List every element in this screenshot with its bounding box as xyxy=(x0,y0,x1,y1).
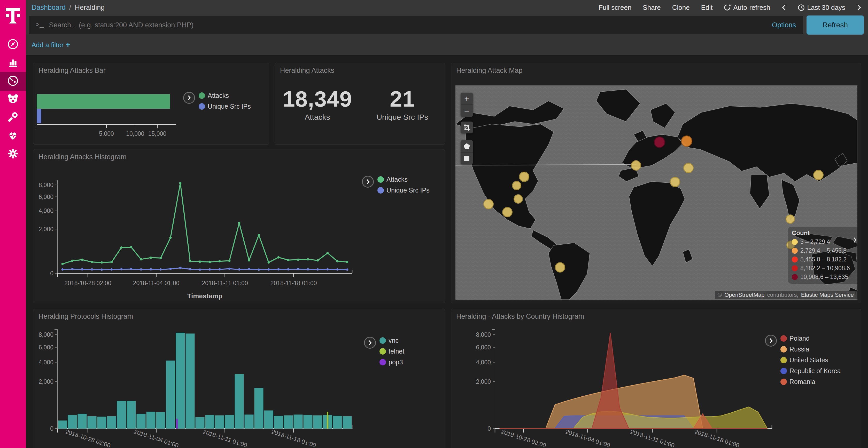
map-zoom-in-button[interactable]: + xyxy=(461,93,473,105)
legend-item-label: telnet xyxy=(389,348,404,355)
legend-collapse-button[interactable] xyxy=(183,92,195,104)
time-forward-button[interactable] xyxy=(857,4,861,11)
filter-bar: Add a filter+ xyxy=(26,35,868,56)
legend-item[interactable]: United States xyxy=(780,356,841,364)
map-legend-title: Count xyxy=(792,230,858,237)
legend-item[interactable]: Attacks xyxy=(199,92,251,99)
legend-item[interactable]: Republic of Korea xyxy=(780,367,841,375)
legend-collapse-button[interactable] xyxy=(364,337,376,349)
attack-map-dot xyxy=(631,160,641,171)
map-count-legend: Count3 – 2,729.42,729.4 – 5,455.85,455.8… xyxy=(788,227,858,284)
attack-map-dot xyxy=(502,207,513,217)
legend-item-label: Attacks xyxy=(208,92,229,99)
legend-item[interactable]: Poland xyxy=(780,335,841,342)
world-map[interactable]: + − Count3 – xyxy=(456,85,858,300)
metric-row: 18,349Attacks21Unique Src IPs xyxy=(275,86,445,122)
legend-item-label: Poland xyxy=(789,335,810,342)
map-legend-range-label: 10,908.6 – 13,635 xyxy=(800,274,848,280)
panel-attack-map: Heralding Attack Map xyxy=(451,63,861,303)
breadcrumb-dashboard-link[interactable]: Dashboard xyxy=(32,4,66,12)
time-back-button[interactable] xyxy=(782,4,786,11)
svg-text:2,000: 2,000 xyxy=(38,378,54,385)
edit-button[interactable]: Edit xyxy=(701,4,713,12)
map-legend-color-dot xyxy=(792,248,798,254)
draw-polygon-button[interactable] xyxy=(461,140,473,152)
sidebar-item-discover[interactable] xyxy=(0,36,26,54)
polygon-icon xyxy=(463,143,470,149)
chart-legend: vnctelnetpop3 xyxy=(364,337,404,366)
map-zoom-out-button[interactable]: − xyxy=(461,105,473,117)
legend-item-label: Attacks xyxy=(386,176,408,183)
legend-item[interactable]: pop3 xyxy=(379,358,404,366)
panel-title: Heralding Attacks xyxy=(280,67,334,75)
legend-item[interactable]: telnet xyxy=(379,348,404,355)
add-filter-button[interactable]: Add a filter+ xyxy=(32,40,70,49)
sidebar-item-sentinl[interactable] xyxy=(0,91,26,109)
search-bar-row: >_ Options Refresh xyxy=(26,15,868,35)
legend-item[interactable]: Romania xyxy=(780,378,841,385)
legend-item-label: vnc xyxy=(389,337,399,344)
sidebar-item-visualize[interactable] xyxy=(0,54,26,72)
legend-color-dot xyxy=(379,337,386,344)
clone-button[interactable]: Clone xyxy=(672,4,690,12)
map-draw-controls xyxy=(461,140,473,164)
sidebar-item-monitoring[interactable] xyxy=(0,127,26,145)
map-fit-control xyxy=(461,122,473,133)
sidebar-item-dev-tools[interactable] xyxy=(0,109,26,127)
legend-item-label: Unique Src IPs xyxy=(208,103,251,110)
svg-text:2018-11-04 01:00: 2018-11-04 01:00 xyxy=(133,280,180,286)
legend-item[interactable]: Attacks xyxy=(377,176,430,183)
x-tick-label: 10,000 xyxy=(126,130,144,137)
legend-color-dot xyxy=(379,359,386,366)
x-axis-tick xyxy=(37,124,37,128)
country-histogram-chart: 02,0004,0006,0008,0002018-10-28 02:00201… xyxy=(451,319,787,448)
sidebar-item-dashboard[interactable] xyxy=(0,72,26,91)
chart-legend: AttacksUnique Src IPs xyxy=(183,92,251,110)
search-input[interactable] xyxy=(48,21,772,29)
attack-map-dot xyxy=(519,172,529,182)
time-picker-button[interactable]: Last 30 days xyxy=(798,4,845,12)
topnav-menu: Full screen Share Clone Edit Auto-refres… xyxy=(598,4,861,12)
x-axis-tick xyxy=(135,124,135,128)
svg-text:2018-10-28 02:00: 2018-10-28 02:00 xyxy=(64,280,111,286)
top-navbar: Dashboard / Heralding Full screen Share … xyxy=(26,0,868,15)
telekom-logo[interactable] xyxy=(0,0,26,30)
query-prompt-icon: >_ xyxy=(35,21,44,29)
svg-text:4,000: 4,000 xyxy=(38,207,54,214)
options-link[interactable]: Options xyxy=(772,21,796,29)
legend-collapse-chevron[interactable] xyxy=(853,237,857,244)
legend-color-dot xyxy=(377,187,384,194)
draw-rectangle-button[interactable] xyxy=(461,152,473,164)
share-button[interactable]: Share xyxy=(643,4,660,12)
refresh-button[interactable]: Refresh xyxy=(807,15,864,35)
legend-item[interactable]: Russia xyxy=(780,346,841,353)
ems-link[interactable]: Elastic Maps Service xyxy=(800,291,855,298)
legend-item[interactable]: vnc xyxy=(379,337,404,344)
attacks-bar-chart: 5,00010,00015,000 xyxy=(37,94,180,142)
legend-item-label: Romania xyxy=(789,378,815,385)
svg-text:8,000: 8,000 xyxy=(38,182,54,188)
attack-map-dot xyxy=(512,181,521,190)
legend-color-dot xyxy=(780,357,787,364)
crop-icon xyxy=(463,124,470,131)
panel-title: Heralding Attack Map xyxy=(456,67,523,75)
legend-color-dot xyxy=(377,176,384,183)
svg-text:8,000: 8,000 xyxy=(38,331,54,338)
svg-text:0: 0 xyxy=(50,425,54,432)
map-legend-item: 8,182.2 – 10,908.6 xyxy=(792,265,858,272)
legend-item[interactable]: Unique Src IPs xyxy=(377,186,430,194)
attack-map-dot xyxy=(683,163,693,173)
legend-collapse-button[interactable] xyxy=(765,335,777,347)
legend-item-label: Republic of Korea xyxy=(789,367,841,375)
legend-collapse-button[interactable] xyxy=(362,176,374,187)
search-box: >_ Options xyxy=(29,16,803,34)
map-legend-item: 3 – 2,729.4 xyxy=(792,238,858,245)
sidebar-item-management[interactable] xyxy=(0,145,26,163)
bar-attacks xyxy=(37,94,170,109)
osm-link[interactable]: OpenStreetMap xyxy=(723,291,766,298)
legend-item[interactable]: Unique Src IPs xyxy=(199,103,251,110)
map-fit-bounds-button[interactable] xyxy=(461,122,473,133)
auto-refresh-button[interactable]: Auto-refresh xyxy=(724,4,770,12)
full-screen-button[interactable]: Full screen xyxy=(598,4,631,12)
svg-text:2018-11-11 01:00: 2018-11-11 01:00 xyxy=(202,280,248,286)
